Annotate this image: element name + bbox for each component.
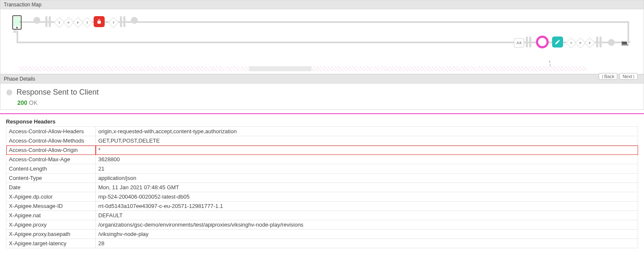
table-row: Content-Typeapplication/json xyxy=(6,174,638,183)
table-row: X-Apigee.proxy/organizations/gsc-demo/en… xyxy=(6,220,638,230)
step-bars[interactable] xyxy=(526,36,531,48)
header-value: * xyxy=(96,146,638,155)
step-dot[interactable] xyxy=(131,17,138,24)
header-name: X-Apigee.proxy xyxy=(6,220,96,230)
phase-details: Response Sent to Client 200 OK xyxy=(0,84,644,110)
condition-t[interactable]: T xyxy=(567,39,575,47)
timeline-epsilon-label: ε xyxy=(549,59,551,63)
phase-title: Response Sent to Client xyxy=(17,88,99,97)
header-name: X-Apigee.Message-ID xyxy=(6,202,96,211)
header-name: Content-Type xyxy=(6,174,96,183)
client-icon[interactable] xyxy=(12,15,22,30)
table-row: X-Apigee.target-latency28 xyxy=(6,239,638,248)
table-row: X-Apigee.natDEFAULT xyxy=(6,211,638,220)
table-row: X-Apigee.dp.colormp-524-200406-0020052-l… xyxy=(6,192,638,202)
condition-f[interactable]: F xyxy=(74,19,82,26)
header-value: 21 xyxy=(96,164,638,174)
edit-policy-icon[interactable] xyxy=(552,36,563,48)
response-headers-table: Access-Control-Allow-Headersorigin,x-req… xyxy=(6,126,638,248)
header-value: rrt-0d5143a107ee43097-c-eu-20571-1298177… xyxy=(96,202,638,211)
condition-t[interactable]: T xyxy=(110,19,117,26)
transaction-map-header: Transaction Map xyxy=(0,0,644,9)
header-name: X-Apigee.proxy.basepath xyxy=(6,230,96,239)
step-bars[interactable] xyxy=(45,16,51,27)
timeline-bar[interactable]: ε xyxy=(19,66,587,71)
condition-t[interactable]: T xyxy=(56,19,63,26)
lock-policy-icon[interactable] xyxy=(94,16,105,27)
header-name: Date xyxy=(6,183,96,192)
header-value: DEFAULT xyxy=(96,211,638,220)
header-name: X-Apigee.nat xyxy=(6,211,96,220)
phase-dot-icon xyxy=(6,90,12,95)
status-badge: 200 OK xyxy=(17,99,638,106)
header-name: Access-Control-Allow-Origin xyxy=(6,146,96,155)
step-bars[interactable] xyxy=(120,16,125,27)
condition-f[interactable]: F xyxy=(577,39,584,47)
header-name: X-Apigee.dp.color xyxy=(6,192,96,202)
header-name: Access-Control-Allow-Headers xyxy=(6,127,96,136)
condition-f[interactable]: F xyxy=(65,19,72,26)
table-row: X-Apigee.Message-IDrrt-0d5143a107ee43097… xyxy=(6,202,638,211)
target-server-icon[interactable] xyxy=(621,38,629,46)
step-bars[interactable] xyxy=(596,36,602,48)
highlight-ring-icon[interactable] xyxy=(536,36,549,48)
step-dot[interactable] xyxy=(608,39,615,46)
response-headers-title: Response Headers xyxy=(6,118,638,125)
table-row: Content-Length21 xyxy=(6,164,638,174)
table-row: Access-Control-Allow-Origin* xyxy=(6,146,638,155)
table-row: X-Apigee.proxy.basepath/viksinghv-node-p… xyxy=(6,230,638,239)
header-name: Access-Control-Allow-Methods xyxy=(6,136,96,146)
table-row: Access-Control-Max-Age3628800 xyxy=(6,155,638,164)
table-row: Access-Control-Allow-Headersorigin,x-req… xyxy=(6,127,638,136)
condition-t[interactable]: T xyxy=(83,19,91,26)
next-button[interactable]: Next⟩ xyxy=(619,73,638,80)
header-value: 28 xyxy=(96,239,638,248)
header-value: /organizations/gsc-demo/environments/tes… xyxy=(96,220,638,230)
phase-details-header: Phase Details xyxy=(0,74,644,84)
back-button[interactable]: ⟨Back xyxy=(599,73,617,80)
header-value: GET,PUT,POST,DELETE xyxy=(96,136,638,146)
header-value: origin,x-requested-with,accept,content-t… xyxy=(96,127,638,136)
condition-f[interactable]: F xyxy=(586,39,594,47)
step-dot[interactable] xyxy=(33,17,40,24)
header-value: 3628800 xyxy=(96,155,638,164)
header-value: /viksinghv-node-play xyxy=(96,230,638,239)
header-name: X-Apigee.target-latency xyxy=(6,239,96,248)
header-value: Mon, 11 Jan 2021 07:48:45 GMT xyxy=(96,183,638,192)
table-row: DateMon, 11 Jan 2021 07:48:45 GMT xyxy=(6,183,638,192)
ax-policy[interactable]: AX xyxy=(514,38,524,48)
header-name: Access-Control-Max-Age xyxy=(6,155,96,164)
transaction-map: T F F T T AX T F F ε ⟨Back Next⟩ xyxy=(0,9,644,74)
header-value: application/json xyxy=(96,174,638,183)
header-value: mp-524-200406-0020052-latest-db05 xyxy=(96,192,638,202)
header-name: Content-Length xyxy=(6,164,96,174)
table-row: Access-Control-Allow-MethodsGET,PUT,POST… xyxy=(6,136,638,146)
